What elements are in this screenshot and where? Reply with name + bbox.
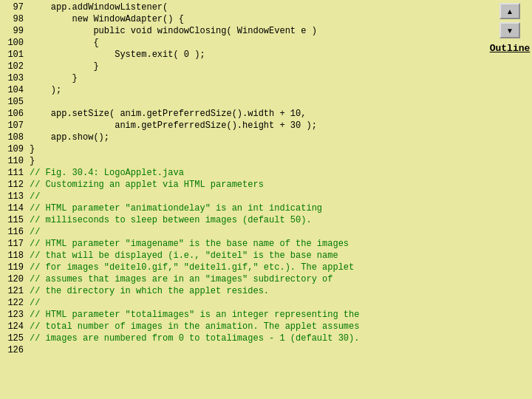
line-number: 114 (3, 202, 30, 214)
table-row: 112// Customizing an applet via HTML par… (3, 179, 485, 191)
line-number: 112 (3, 179, 30, 191)
line-number: 99 (3, 25, 30, 37)
line-content: } (30, 143, 35, 155)
line-content: app.addWindowListener( (30, 1, 168, 13)
table-row: 97 app.addWindowListener( (3, 1, 485, 13)
line-content: // the directory in which the applet res… (30, 285, 269, 297)
table-row: 118// that will be displayed (i.e., "dei… (3, 250, 485, 262)
line-content: anim.getPreferredSize().height + 30 ); (30, 120, 317, 132)
line-content: // (30, 297, 40, 309)
sidebar: ▲ ▼ Outline (488, 0, 532, 399)
line-number: 108 (3, 132, 30, 143)
line-number: 105 (3, 96, 30, 108)
line-number: 98 (3, 13, 30, 25)
line-content: } (30, 72, 78, 84)
line-number: 115 (3, 214, 30, 226)
line-number: 104 (3, 84, 30, 96)
line-number: 103 (3, 72, 30, 84)
line-content: // that will be displayed (i.e., "deitel… (30, 250, 338, 262)
line-number: 121 (3, 285, 30, 297)
line-content: System.exit( 0 ); (30, 49, 205, 61)
outline-label[interactable]: Outline (490, 43, 531, 54)
line-content: // Customizing an applet via HTML parame… (30, 179, 264, 191)
table-row: 120// assumes that images are in an "ima… (3, 273, 485, 285)
line-number: 101 (3, 49, 30, 61)
line-number: 106 (3, 108, 30, 120)
line-content: // (30, 191, 40, 202)
table-row: 104 ); (3, 84, 485, 96)
table-row: 100 { (3, 37, 485, 49)
line-number: 125 (3, 332, 30, 344)
table-row: 116// (3, 226, 485, 238)
line-number: 123 (3, 309, 30, 321)
table-row: 103 } (3, 72, 485, 84)
table-row: 99 public void windowClosing( WindowEven… (3, 25, 485, 37)
line-number: 113 (3, 191, 30, 202)
table-row: 125// images are numbered from 0 to tota… (3, 332, 485, 344)
table-row: 114// HTML parameter "animationdelay" is… (3, 202, 485, 214)
table-row: 98 new WindowAdapter() { (3, 13, 485, 25)
table-row: 123// HTML parameter "totalimages" is an… (3, 309, 485, 321)
line-number: 117 (3, 238, 30, 250)
line-content: // total number of images in the animati… (30, 321, 359, 332)
table-row: 102 } (3, 61, 485, 72)
table-row: 101 System.exit( 0 ); (3, 49, 485, 61)
table-row: 122// (3, 297, 485, 309)
line-content: // images are numbered from 0 to totalim… (30, 332, 359, 344)
line-content: // assumes that images are in an "images… (30, 273, 332, 285)
line-content: app.show(); (30, 132, 109, 143)
code-editor: 97 app.addWindowListener(98 new WindowAd… (0, 0, 488, 399)
table-row: 106 app.setSize( anim.getPreferredSize()… (3, 108, 485, 120)
line-number: 119 (3, 262, 30, 273)
line-number: 109 (3, 143, 30, 155)
line-content: // HTML parameter "animationdelay" is an… (30, 202, 322, 214)
line-content: { (30, 37, 99, 49)
line-content: // Fig. 30.4: LogoApplet.java (30, 167, 184, 179)
line-content: app.setSize( anim.getPreferredSize().wid… (30, 108, 306, 120)
line-content: ); (30, 84, 61, 96)
line-content: } (30, 61, 99, 72)
scroll-down-button[interactable]: ▼ (499, 22, 520, 38)
line-content: // HTML parameter "totalimages" is an in… (30, 309, 359, 321)
table-row: 110} (3, 155, 485, 167)
table-row: 115// milliseconds to sleep between imag… (3, 214, 485, 226)
table-row: 113// (3, 191, 485, 202)
table-row: 111// Fig. 30.4: LogoApplet.java (3, 167, 485, 179)
line-content: new WindowAdapter() { (30, 13, 184, 25)
line-content: // for images "deitel0.gif," "deitel1.gi… (30, 262, 354, 273)
line-number: 110 (3, 155, 30, 167)
table-row: 107 anim.getPreferredSize().height + 30 … (3, 120, 485, 132)
line-number: 111 (3, 167, 30, 179)
table-row: 119// for images "deitel0.gif," "deitel1… (3, 262, 485, 273)
line-number: 97 (3, 1, 30, 13)
table-row: 109} (3, 143, 485, 155)
scroll-up-button[interactable]: ▲ (499, 3, 520, 19)
line-number: 126 (3, 344, 30, 356)
table-row: 124// total number of images in the anim… (3, 321, 485, 332)
line-number: 100 (3, 37, 30, 49)
line-content: public void windowClosing( WindowEvent e… (30, 25, 317, 37)
line-number: 120 (3, 273, 30, 285)
table-row: 108 app.show(); (3, 132, 485, 143)
table-row: 105 (3, 96, 485, 108)
table-row: 126 (3, 344, 485, 356)
table-row: 121// the directory in which the applet … (3, 285, 485, 297)
line-content: // HTML parameter "imagename" is the bas… (30, 238, 349, 250)
table-row: 117// HTML parameter "imagename" is the … (3, 238, 485, 250)
line-number: 107 (3, 120, 30, 132)
line-number: 124 (3, 321, 30, 332)
line-number: 116 (3, 226, 30, 238)
line-content: // milliseconds to sleep between images … (30, 214, 312, 226)
line-content: // (30, 226, 40, 238)
line-number: 122 (3, 297, 30, 309)
line-number: 118 (3, 250, 30, 262)
line-number: 102 (3, 61, 30, 72)
line-content: } (30, 155, 35, 167)
